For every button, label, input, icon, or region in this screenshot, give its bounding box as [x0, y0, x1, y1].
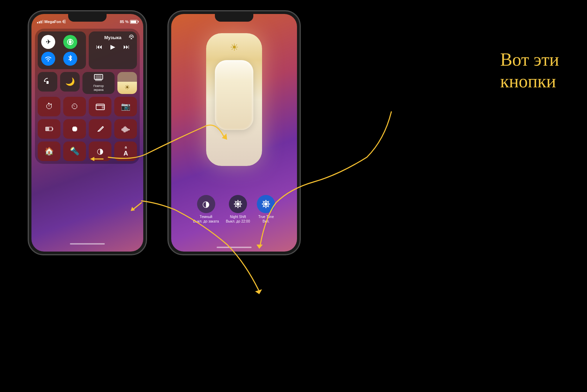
night-shift-group: Night ShiftВыкл. до 22:00 — [226, 195, 250, 224]
dark-mode-button-right[interactable]: ◑ — [197, 195, 215, 213]
svg-rect-9 — [102, 107, 104, 108]
lock-rotation-button[interactable] — [38, 72, 57, 92]
cc-row-2: ⏺ — [38, 119, 137, 139]
prev-button[interactable]: ⏮ — [96, 43, 102, 51]
true-tone-group: True ToneВкл. — [257, 195, 275, 224]
cc-row-1: ⏱ ⏲ 📷 — [38, 97, 137, 116]
brightness-slider[interactable]: ☀ — [117, 72, 137, 94]
music-panel: Музыка ⏮ ▶ ⏭ — [89, 31, 137, 69]
battery-icon — [130, 20, 138, 24]
night-shift-label: Night ShiftВыкл. до 22:00 — [226, 215, 250, 224]
next-button[interactable]: ⏭ — [123, 43, 130, 51]
brightness-handle[interactable] — [215, 60, 253, 130]
voice-memo-button[interactable] — [114, 119, 137, 139]
right-screen-background: ☀ ◑ ТемныйВыкл. до заката — [171, 14, 297, 252]
music-controls: ⏮ ▶ ⏭ — [92, 43, 133, 51]
true-tone-button[interactable] — [257, 195, 275, 213]
control-center: ✈ — [35, 29, 140, 164]
svg-rect-15 — [125, 126, 125, 132]
notch-right — [215, 14, 253, 22]
cc-top-row: ✈ — [38, 31, 137, 69]
notch-left — [68, 14, 107, 22]
svg-point-29 — [236, 202, 240, 206]
battery-percent: 85 % — [120, 20, 129, 24]
home-button[interactable]: 🏠 — [38, 141, 60, 161]
wallet-button[interactable] — [89, 97, 111, 116]
svg-rect-12 — [122, 129, 122, 131]
signal-icon — [37, 20, 43, 23]
brightness-sun-icon: ☀ — [230, 42, 239, 53]
svg-line-28 — [240, 201, 241, 202]
svg-rect-18 — [128, 129, 129, 131]
brightness-panel[interactable]: ☀ — [206, 33, 262, 166]
phone-frame-right: ☀ ◑ ТемныйВыкл. до заката — [168, 10, 300, 255]
svg-rect-14 — [124, 127, 124, 132]
bluetooth-button[interactable] — [63, 52, 77, 66]
stopwatch-button[interactable]: ⏱ — [38, 97, 60, 116]
annotation-line2: кнопки — [500, 71, 559, 92]
svg-rect-16 — [126, 127, 126, 132]
home-indicator-left — [70, 243, 105, 245]
camera-button[interactable]: 📷 — [114, 97, 137, 116]
screen-mirror-button[interactable]: Повторэкрана — [82, 72, 115, 94]
do-not-disturb-button[interactable]: 🌙 — [60, 72, 80, 92]
phone-screen-left: MegaFon ∈ 85 % — [31, 14, 143, 252]
connectivity-panel: ✈ — [38, 31, 86, 69]
screen-mirror-icon — [94, 74, 103, 83]
svg-line-26 — [240, 206, 241, 207]
markup-button[interactable] — [89, 119, 111, 139]
timer-button[interactable]: ⏲ — [63, 97, 86, 116]
svg-point-39 — [264, 202, 268, 206]
right-bottom-buttons: ◑ ТемныйВыкл. до заката — [171, 195, 297, 224]
svg-marker-2 — [130, 38, 132, 39]
svg-line-25 — [235, 201, 236, 202]
annotation-line1: Вот эти — [500, 49, 559, 71]
svg-rect-7 — [95, 80, 102, 81]
play-button[interactable]: ▶ — [110, 43, 115, 51]
svg-point-4 — [47, 82, 48, 83]
airplay-icon[interactable] — [129, 34, 134, 40]
svg-line-37 — [263, 206, 264, 207]
carrier-name: MegaFon — [44, 20, 61, 24]
left-screen-background: MegaFon ∈ 85 % — [31, 14, 143, 252]
svg-rect-17 — [127, 128, 128, 131]
cellular-button[interactable] — [63, 35, 77, 49]
svg-rect-6 — [96, 75, 101, 79]
flashlight-button[interactable]: 🔦 — [63, 141, 86, 161]
status-left: MegaFon ∈ — [37, 19, 66, 24]
true-tone-label: True ToneВкл. — [258, 215, 274, 224]
wifi-icon: ∈ — [62, 19, 66, 24]
music-title: Музыка — [92, 35, 133, 40]
cc-row-3: 🏠 🔦 ◑ aA — [38, 141, 137, 161]
annotation-text: Вот эти кнопки — [500, 49, 559, 93]
text-size-button[interactable]: aA — [114, 141, 137, 161]
screen-mirror-label: Повторэкрана — [93, 84, 104, 92]
phone-left: MegaFon ∈ 85 % — [28, 10, 147, 255]
screen-record-button[interactable]: ⏺ — [63, 119, 86, 139]
svg-line-27 — [235, 206, 236, 207]
airplane-mode-button[interactable]: ✈ — [41, 35, 55, 49]
svg-rect-13 — [123, 128, 123, 131]
svg-line-35 — [263, 201, 264, 202]
home-indicator-right — [217, 247, 252, 248]
night-shift-button[interactable] — [229, 195, 247, 213]
svg-marker-42 — [255, 289, 262, 294]
svg-line-38 — [268, 201, 269, 202]
cc-mid-row: 🌙 Повторэкрана — [38, 72, 137, 94]
phone-frame-left: MegaFon ∈ 85 % — [28, 10, 147, 255]
dark-mode-button[interactable]: ◑ — [89, 141, 111, 161]
phone-screen-right: ☀ ◑ ТемныйВыкл. до заката — [171, 14, 297, 252]
wifi-button[interactable] — [41, 52, 55, 66]
svg-rect-11 — [46, 128, 49, 130]
dark-mode-label: ТемныйВыкл. до заката — [193, 215, 219, 224]
phone-right: ☀ ◑ ТемныйВыкл. до заката — [168, 10, 300, 255]
brightness-icon: ☀ — [124, 84, 130, 91]
svg-line-36 — [268, 206, 269, 207]
battery-widget-button[interactable] — [38, 119, 60, 139]
dark-mode-group: ◑ ТемныйВыкл. до заката — [193, 195, 219, 224]
status-right: 85 % — [120, 20, 138, 24]
svg-rect-19 — [129, 129, 130, 130]
